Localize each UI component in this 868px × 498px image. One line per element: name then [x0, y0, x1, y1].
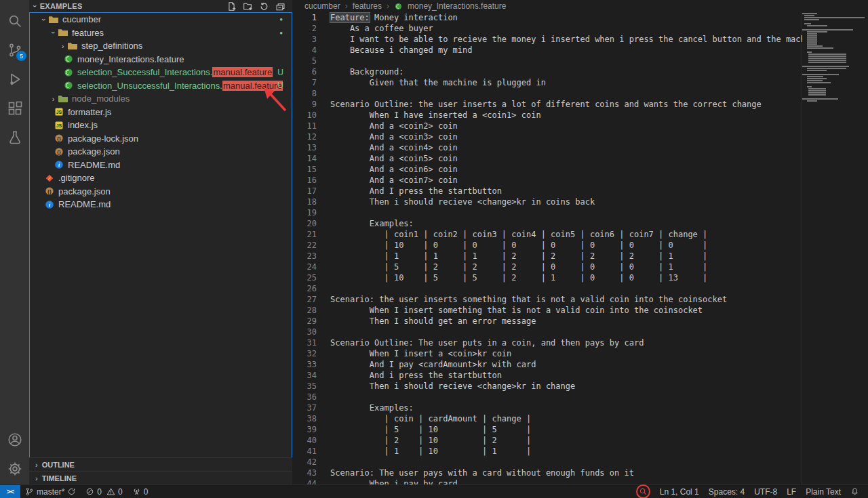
- file-label: README.md: [68, 160, 120, 170]
- accounts-button[interactable]: [0, 425, 29, 454]
- line-text: | 2 | 10 | 2 |: [330, 435, 531, 446]
- cursor-position[interactable]: Ln 1, Col 1: [655, 485, 704, 498]
- new-file-icon[interactable]: [226, 1, 237, 12]
- editor-code[interactable]: 1Feature: Money interaction2 As a coffee…: [292, 12, 802, 484]
- problems-status[interactable]: 0 0: [81, 485, 127, 498]
- minimap[interactable]: [802, 12, 868, 484]
- json-icon: {}: [44, 186, 55, 196]
- eol-status[interactable]: LF: [782, 485, 801, 498]
- file-row-readme-md[interactable]: iREADME.md: [30, 198, 292, 211]
- collapse-folders-icon[interactable]: [275, 1, 285, 12]
- testing-button[interactable]: [0, 123, 29, 152]
- editor-line[interactable]: 20 Examples:: [292, 218, 802, 229]
- editor-line[interactable]: 38 | coin | cardAmount | change |: [292, 413, 802, 424]
- notifications[interactable]: [846, 485, 864, 498]
- editor-line[interactable]: 15 And a <coin6> coin: [292, 164, 802, 175]
- new-folder-icon[interactable]: [243, 1, 253, 12]
- editor-line[interactable]: 10 When I have inserted a <coin1> coin: [292, 110, 802, 121]
- language-mode[interactable]: Plain Text: [801, 485, 846, 498]
- file-row-formatter-js[interactable]: JSformatter.js: [30, 106, 292, 119]
- source-control-badge: 5: [16, 51, 26, 61]
- search-button[interactable]: [0, 6, 29, 35]
- chevron-right-icon: ›: [49, 95, 58, 103]
- editor-line[interactable]: 9Scenario Outline: the user inserts a lo…: [292, 99, 802, 110]
- outline-section[interactable]: › OUTLINE: [29, 457, 292, 471]
- file-row-package-json[interactable]: {}package.json: [30, 185, 292, 199]
- run-and-debug-button[interactable]: [0, 64, 29, 94]
- line-number: 16: [292, 175, 330, 186]
- editor-line[interactable]: 5: [292, 56, 802, 66]
- editor-line[interactable]: 29 Then I should get an error message: [292, 316, 802, 327]
- source-control-button[interactable]: 5: [0, 35, 29, 64]
- git-branch-status[interactable]: master*: [20, 485, 81, 498]
- editor-line[interactable]: 12 And a <coin3> coin: [292, 131, 802, 142]
- editor-line[interactable]: 26: [292, 283, 802, 294]
- editor-line[interactable]: 14 And a <coin5> coin: [292, 153, 802, 164]
- folder-icon: [48, 14, 59, 25]
- editor-line[interactable]: 35 Then i should recieve <change>kr in c…: [292, 381, 802, 392]
- breadcrumb-file[interactable]: money_Interactions.feature: [408, 1, 506, 11]
- file-row-selection-unsuccessful-interactions-manual-feature[interactable]: selection_Unsuccessful_Interactions.manu…: [30, 79, 292, 93]
- editor-line[interactable]: 4 Because i changed my mind: [292, 45, 802, 56]
- editor-line[interactable]: 40 | 2 | 10 | 2 |: [292, 435, 802, 446]
- breadcrumb-folder[interactable]: features: [353, 1, 382, 11]
- cucumber-icon: [63, 80, 74, 91]
- editor-line[interactable]: 16 And a <coin7> coin: [292, 175, 802, 186]
- editor-line[interactable]: 39 | 5 | 10 | 5 |: [292, 424, 802, 435]
- editor-line[interactable]: 34 And i press the startbutton: [292, 370, 802, 381]
- file-row-selection-successful-interactions-manual-feature[interactable]: selection_Successful_Interactions.manual…: [30, 66, 292, 79]
- editor-line[interactable]: 1Feature: Money interaction: [292, 12, 802, 23]
- markdown-icon: i: [54, 159, 64, 170]
- editor-line[interactable]: 13 And a <coin4> coin: [292, 142, 802, 153]
- editor-line[interactable]: 7 Given that the machine is plugged in: [292, 77, 802, 88]
- editor-line[interactable]: 11 And a <coin2> coin: [292, 121, 802, 131]
- editor-line[interactable]: 2 As a coffee buyer: [292, 23, 802, 34]
- editor-line[interactable]: 36: [292, 392, 802, 402]
- editor-line[interactable]: 33 And I pay <cardAmount>kr with card: [292, 359, 802, 370]
- editor-line[interactable]: 22 | 10 | 0 | 0 | 0 | 0 | 0 | 0 | 0 |: [292, 240, 802, 251]
- file-row-money-interactions-feature[interactable]: money_Interactions.feature: [30, 53, 292, 66]
- editor-line[interactable]: 43Scenario: The user pays with a card wi…: [292, 468, 802, 478]
- file-row-gitignore[interactable]: .gitignore: [30, 171, 292, 185]
- editor-line[interactable]: 32 When I insert a <coin>kr coin: [292, 348, 802, 359]
- line-number: 8: [292, 88, 330, 99]
- line-text: | coin1 | coin2 | coin3 | coin4 | coin5 …: [330, 229, 707, 240]
- zoom-indicator[interactable]: [631, 485, 655, 498]
- indentation-status[interactable]: Spaces: 4: [704, 485, 749, 498]
- editor-line[interactable]: 24 | 5 | 2 | 2 | 2 | 0 | 0 | 0 | 1 |: [292, 262, 802, 272]
- extensions-button[interactable]: [0, 94, 29, 123]
- editor-line[interactable]: 27Scenario: the user inserts something t…: [292, 294, 802, 305]
- timeline-section[interactable]: › TIMELINE: [29, 471, 292, 484]
- editor-line[interactable]: 41 | 1 | 10 | 1 |: [292, 446, 802, 457]
- editor-line[interactable]: 31Scenario Outline: The user puts in a c…: [292, 337, 802, 348]
- ports-status[interactable]: 0: [127, 485, 153, 498]
- folder-row-step-definitions[interactable]: ›step_definitions: [30, 39, 292, 53]
- settings-button[interactable]: [0, 454, 29, 483]
- encoding-status[interactable]: UTF-8: [749, 485, 782, 498]
- file-row-package-lock-json[interactable]: {}package-lock.json: [30, 132, 292, 146]
- editor-line[interactable]: 19: [292, 207, 802, 218]
- editor-line[interactable]: 21 | coin1 | coin2 | coin3 | coin4 | coi…: [292, 229, 802, 240]
- editor-line[interactable]: 8: [292, 88, 802, 99]
- editor-line[interactable]: 3 I want to be able to recieve the money…: [292, 34, 802, 45]
- folder-row-cucumber[interactable]: ›cucumber●: [30, 13, 292, 26]
- file-label: selection_Unsuccessful_Interactions.: [77, 81, 222, 91]
- editor-line[interactable]: 17 And I press the startbutton: [292, 186, 802, 196]
- refresh-explorer-icon[interactable]: [259, 1, 269, 12]
- folder-row-features[interactable]: ›features●: [30, 26, 292, 40]
- file-row-index-js[interactable]: JSindex.js: [30, 119, 292, 132]
- editor-line[interactable]: 44 When i pay by card: [292, 478, 802, 484]
- editor-line[interactable]: 42: [292, 457, 802, 468]
- editor-line[interactable]: 37 Examples:: [292, 402, 802, 413]
- editor-line[interactable]: 30: [292, 327, 802, 337]
- file-row-readme-md[interactable]: iREADME.md: [30, 159, 292, 172]
- folder-row-node-modules[interactable]: ›node_modules: [30, 92, 292, 106]
- editor-line[interactable]: 28 When I insert something that is not a…: [292, 305, 802, 316]
- breadcrumb-folder[interactable]: cucumber: [304, 1, 340, 11]
- editor-line[interactable]: 6 Background:: [292, 66, 802, 77]
- editor-line[interactable]: 18 Then i should recieve <change>kr in c…: [292, 196, 802, 207]
- file-row-package-json[interactable]: {}package.json: [30, 145, 292, 159]
- remote-indicator[interactable]: ><: [0, 485, 20, 498]
- editor-line[interactable]: 23 | 1 | 1 | 1 | 2 | 2 | 2 | 2 | 1 |: [292, 251, 802, 262]
- editor-line[interactable]: 25 | 10 | 5 | 5 | 2 | 1 | 0 | 0 | 13 |: [292, 272, 802, 283]
